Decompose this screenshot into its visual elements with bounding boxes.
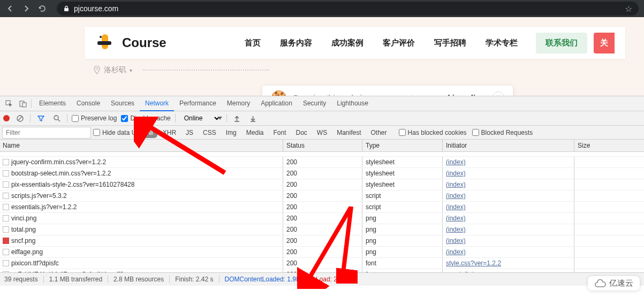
- devtools-tab[interactable]: Memory: [222, 96, 255, 111]
- resource-name: eiffage.png: [11, 248, 43, 256]
- devtools-tab[interactable]: Console: [71, 96, 105, 111]
- bookmark-star-icon[interactable]: ☆: [625, 4, 632, 14]
- table-row[interactable]: pix-essentials-style-2.css?ver=161027842…: [0, 179, 644, 190]
- svg-line-11: [58, 119, 60, 121]
- devtools-tab[interactable]: Performance: [174, 96, 222, 111]
- table-row[interactable]: essentials.js?ver=1.2.2200script(index): [0, 202, 644, 213]
- table-row[interactable]: eiffage.png200png(index): [0, 247, 644, 258]
- nav-link[interactable]: 首页: [245, 38, 261, 48]
- file-icon: [3, 238, 9, 244]
- table-row[interactable]: bootstrap-select.min.css?ver=1.2.2200sty…: [0, 168, 644, 179]
- resource-type-chip[interactable]: Media: [242, 127, 268, 138]
- devtools-tab[interactable]: Security: [298, 96, 331, 111]
- resource-type-chip[interactable]: All: [141, 127, 157, 138]
- table-row[interactable]: jquery-confirm.min.css?ver=1.2.2200style…: [0, 157, 644, 168]
- resource-size: [574, 168, 644, 179]
- record-button[interactable]: [3, 115, 10, 121]
- nav-link[interactable]: 客户评价: [383, 38, 415, 48]
- preserve-log-checkbox[interactable]: Preserve log: [72, 114, 117, 122]
- resource-type-chip[interactable]: Doc: [291, 127, 311, 138]
- hide-data-checkbox[interactable]: Hide data U: [93, 129, 136, 136]
- table-row[interactable]: [0, 152, 644, 157]
- about-button[interactable]: 关: [594, 33, 615, 54]
- download-har-icon[interactable]: [247, 112, 259, 124]
- initiator-link[interactable]: (index): [446, 181, 466, 188]
- col-status[interactable]: Status: [283, 140, 362, 151]
- device-toggle-icon[interactable]: [17, 98, 29, 110]
- resource-type-chip[interactable]: JS: [181, 127, 198, 138]
- initiator-link[interactable]: (index): [446, 158, 466, 166]
- nav-link[interactable]: 学术专栏: [486, 38, 518, 48]
- initiator-link[interactable]: (index): [446, 237, 466, 244]
- cookie-policy-link[interactable]: cookie policy.: [434, 93, 486, 96]
- devtools-tab[interactable]: Sources: [105, 96, 140, 111]
- filter-icon[interactable]: [35, 112, 47, 124]
- table-row[interactable]: xn7gYHE41ni1AdlRggexSvfedN4.woff2200font…: [0, 269, 644, 272]
- table-row[interactable]: sncf.png200png(index): [0, 235, 644, 247]
- blocked-requests-checkbox[interactable]: Blocked Requests: [472, 129, 533, 136]
- browser-chrome: pjcourse.com ☆: [0, 0, 644, 17]
- resource-type-chip[interactable]: WS: [313, 127, 331, 138]
- cookie-close-button[interactable]: ✕: [493, 91, 504, 96]
- initiator-link[interactable]: style.css?ver=1.2.2: [446, 259, 501, 267]
- initiator-link[interactable]: (index): [446, 248, 466, 256]
- resource-status: 200: [283, 224, 362, 235]
- filter-input[interactable]: [2, 127, 91, 139]
- initiator-link[interactable]: (index): [446, 203, 466, 211]
- devtools-tab[interactable]: Lighthouse: [331, 96, 374, 111]
- nav-link[interactable]: 写手招聘: [434, 38, 466, 48]
- col-initiator[interactable]: Initiator: [443, 140, 574, 151]
- forward-button[interactable]: [21, 4, 31, 13]
- resource-type: script: [362, 190, 443, 201]
- inspect-icon[interactable]: [3, 98, 15, 110]
- clear-button[interactable]: [14, 112, 26, 124]
- devtools-status-bar: 39 requests 1.1 MB transferred 2.8 MB re…: [0, 272, 644, 286]
- devtools-tab[interactable]: Network: [140, 96, 174, 111]
- devtools-tab[interactable]: Elements: [34, 96, 71, 111]
- resource-name: pix-essentials-style-2.css?ver=161027842…: [11, 181, 134, 188]
- region-label[interactable]: 洛杉矶: [104, 65, 126, 75]
- table-row[interactable]: pixicon.ttf?dpisfc200fontstyle.css?ver=1…: [0, 258, 644, 269]
- resource-size: [574, 224, 644, 235]
- disable-cache-checkbox[interactable]: Disable cache: [121, 114, 170, 122]
- status-resources: 2.8 MB resources: [113, 276, 164, 283]
- table-row[interactable]: total.png200png(index): [0, 224, 644, 235]
- resource-type: stylesheet: [362, 179, 443, 190]
- table-row[interactable]: vinci.png200png(index): [0, 213, 644, 224]
- site-logo[interactable]: Course: [95, 32, 166, 54]
- col-size[interactable]: Size: [574, 140, 644, 151]
- throttling-select[interactable]: Online: [180, 113, 221, 124]
- nav-link[interactable]: 服务内容: [280, 38, 312, 48]
- logo-text: Course: [122, 35, 166, 50]
- resource-type-chip[interactable]: Img: [222, 127, 241, 138]
- resource-type-chip[interactable]: Font: [269, 127, 290, 138]
- has-blocked-cookies-checkbox[interactable]: Has blocked cookies: [399, 129, 467, 136]
- back-button[interactable]: [5, 4, 15, 13]
- upload-har-icon[interactable]: [231, 112, 243, 124]
- initiator-link[interactable]: (index): [446, 226, 466, 233]
- reload-button[interactable]: [37, 4, 47, 13]
- resource-size: [574, 258, 644, 269]
- initiator-link[interactable]: (index): [446, 170, 466, 177]
- initiator-link[interactable]: css:-Infinity: [446, 271, 478, 272]
- nav-link[interactable]: 成功案例: [331, 38, 363, 48]
- table-row[interactable]: scripts.js?ver=5.3.2200script(index): [0, 190, 644, 202]
- initiator-link[interactable]: (index): [446, 215, 466, 222]
- resource-type-chip[interactable]: XHR: [158, 127, 180, 138]
- region-row: 洛杉矶 ▾: [93, 65, 644, 75]
- cloud-icon: [594, 279, 606, 288]
- resource-status: 200: [283, 213, 362, 224]
- search-icon[interactable]: [51, 112, 63, 124]
- devtools-tab[interactable]: Application: [255, 96, 298, 111]
- logo-icon: [95, 32, 118, 54]
- resource-type-chip[interactable]: Other: [367, 127, 391, 138]
- resource-type-chip[interactable]: Manifest: [332, 127, 365, 138]
- resource-type-chip[interactable]: CSS: [199, 127, 221, 138]
- col-type[interactable]: Type: [362, 140, 443, 151]
- col-name[interactable]: Name: [0, 140, 283, 151]
- url-bar[interactable]: pjcourse.com ☆: [57, 2, 639, 16]
- contact-button[interactable]: 联系我们: [536, 33, 587, 54]
- dotted-divider: [143, 70, 269, 71]
- initiator-link[interactable]: (index): [446, 192, 466, 200]
- file-icon: [3, 260, 9, 266]
